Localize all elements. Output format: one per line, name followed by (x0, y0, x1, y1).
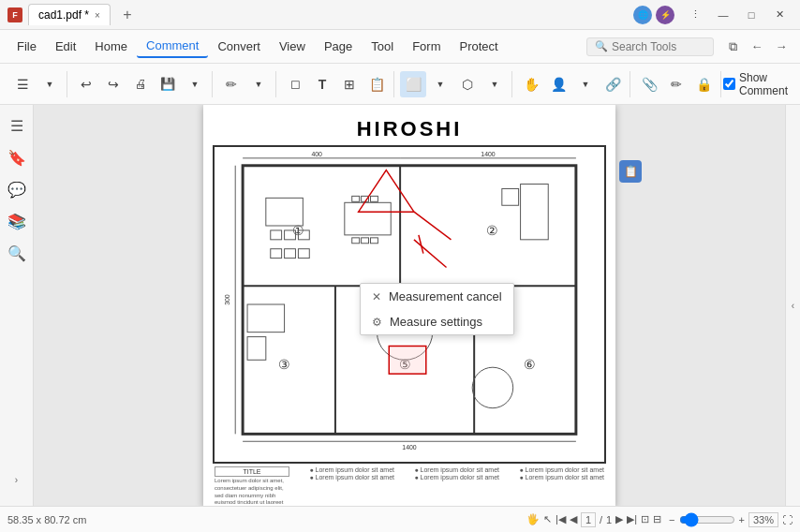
tool-dropdown-3[interactable]: ▼ (245, 71, 272, 97)
zoom-controls: − + 33% ⛶ (669, 512, 793, 527)
tool-shape-button[interactable]: ⬡ (454, 71, 481, 97)
zoom-slider[interactable] (679, 512, 735, 527)
tool-erase-button[interactable]: ◻ (282, 71, 308, 97)
tool-stamp-button[interactable]: 📋 (363, 71, 390, 97)
sidebar-collapse-button[interactable]: › (9, 461, 24, 498)
sidebar-icon-menu[interactable]: ☰ (4, 112, 30, 139)
page-navigation: 🖐 ↖ |◀ ◀ 1 / 1 ▶ ▶| ⊡ ⊟ (526, 512, 661, 527)
svg-rect-22 (352, 196, 360, 201)
hand-tool-icon[interactable]: 🖐 (526, 513, 540, 525)
menu-form[interactable]: Form (403, 36, 450, 57)
status-bar: 58.35 x 80.72 cm 🖐 ↖ |◀ ◀ 1 / 1 ▶ ▶| ⊡ ⊟… (0, 506, 800, 532)
tool-group-6: ✋ 👤 ▼ 🔗 (514, 71, 630, 97)
footer-item-4: Lorem ipsum dolor sit amet (421, 474, 499, 480)
svg-rect-19 (352, 238, 360, 244)
show-comment-checkbox[interactable] (723, 78, 735, 90)
tool-save-button[interactable]: 💾 (155, 71, 181, 97)
menu-comment[interactable]: Comment (137, 35, 208, 58)
page-back-button[interactable]: ◀ (570, 513, 577, 525)
sidebar-icon-bookmark[interactable]: 🔖 (4, 144, 30, 170)
current-page[interactable]: 1 (581, 512, 596, 527)
search-tools-box[interactable]: 🔍 (586, 37, 714, 56)
tab-close-button[interactable]: × (95, 10, 100, 21)
zoom-level-label[interactable]: 33% (748, 512, 778, 527)
svg-rect-17 (298, 249, 309, 259)
menu-home[interactable]: Home (85, 36, 137, 57)
search-tools-input[interactable] (612, 40, 705, 53)
fit-page-button[interactable]: ⊟ (653, 513, 661, 525)
svg-rect-15 (271, 249, 282, 259)
tool-dropdown-2[interactable]: ▼ (182, 71, 208, 97)
tool-hand-button[interactable]: ✋ (518, 71, 544, 97)
active-tab[interactable]: cad1.pdf * × (28, 4, 111, 25)
menu-tool[interactable]: Tool (362, 36, 403, 57)
tool-group-3: ✏ ▼ (215, 71, 276, 97)
fullscreen-button[interactable]: ⛶ (782, 514, 793, 525)
sidebar-icon-search[interactable]: 🔍 (4, 240, 30, 266)
context-menu-settings[interactable]: ⚙ Measure settings (361, 309, 513, 334)
page-forward-button[interactable]: ▶ (615, 513, 623, 525)
menu-protect[interactable]: Protect (450, 36, 507, 57)
nav-back-button[interactable]: ← (746, 36, 768, 58)
tool-dropdown-1[interactable]: ▼ (37, 71, 63, 97)
menu-page[interactable]: Page (315, 36, 362, 57)
tool-dropdown-6[interactable]: ▼ (572, 71, 599, 97)
search-icon: 🔍 (595, 40, 608, 52)
sidebar-icon-comment[interactable]: 💬 (4, 176, 30, 202)
show-comment-toggle[interactable]: Show Comment (723, 71, 794, 97)
tool-edit-button[interactable]: ✏ (663, 71, 689, 97)
svg-rect-24 (370, 196, 378, 201)
cancel-icon: ✕ (372, 290, 381, 303)
tool-group-1: ☰ ▼ (6, 71, 67, 97)
tool-print-button[interactable]: 🖨 (127, 71, 154, 97)
tool-dropdown-4[interactable]: ▼ (427, 71, 453, 97)
svg-rect-18 (345, 202, 391, 235)
close-button[interactable]: ✕ (766, 6, 793, 24)
tool-dropdown-5[interactable]: ▼ (481, 71, 508, 97)
canvas-area[interactable]: HIROSHI ① ② (34, 105, 785, 506)
tool-link-button[interactable]: 🔗 (600, 71, 626, 97)
menu-view[interactable]: View (270, 36, 315, 57)
minimize-button[interactable]: — (710, 6, 736, 24)
fit-width-button[interactable]: ⊡ (641, 513, 649, 525)
context-menu[interactable]: ✕ Measurement cancel ⚙ Measure settings (360, 283, 514, 335)
tool-clip-button[interactable]: 📎 (636, 71, 662, 97)
prev-page-button[interactable]: |◀ (556, 513, 566, 525)
maximize-button[interactable]: □ (738, 6, 764, 24)
more-button[interactable]: ⋮ (682, 6, 708, 24)
tool-pen-button[interactable]: ✏ (218, 71, 244, 97)
nav-forward-button[interactable]: → (770, 36, 793, 58)
menu-convert[interactable]: Convert (208, 36, 270, 57)
panel-icon[interactable]: 📋 (619, 160, 642, 183)
add-tab-button[interactable]: + (116, 4, 139, 26)
tool-redo-button[interactable]: ↪ (100, 71, 126, 97)
tool-text-button[interactable]: T (309, 71, 335, 97)
tool-undo-button[interactable]: ↩ (73, 71, 99, 97)
zoom-out-button[interactable]: − (669, 514, 674, 525)
svg-rect-21 (370, 238, 378, 244)
tool-person-button[interactable]: 👤 (545, 71, 571, 97)
next-page-button[interactable]: ▶| (627, 513, 637, 525)
profile-icon-2[interactable]: ⚡ (656, 6, 674, 24)
svg-text:400: 400 (311, 151, 322, 157)
tool-rect-button[interactable]: ⬜ (400, 71, 426, 97)
sidebar-icon-layers[interactable]: 📚 (4, 208, 30, 234)
menu-edit[interactable]: Edit (46, 36, 85, 57)
right-sidebar-toggle[interactable]: ‹ (792, 301, 794, 311)
nav-buttons: ⧉ ← → (721, 36, 793, 58)
context-menu-cancel[interactable]: ✕ Measurement cancel (361, 284, 513, 309)
footer-item-5: Lorem ipsum dolor sit amet (526, 466, 604, 473)
tool-grid-button[interactable]: ⊞ (336, 71, 363, 97)
profile-icon-1[interactable]: 🌐 (633, 6, 652, 24)
cursor-tool-icon[interactable]: ↖ (543, 513, 552, 525)
nav-external-button[interactable]: ⧉ (721, 36, 744, 58)
zoom-in-button[interactable]: + (739, 514, 745, 525)
tool-menu-button[interactable]: ☰ (9, 71, 36, 97)
tool-lock-button[interactable]: 🔒 (690, 71, 717, 97)
toolbar: ☰ ▼ ↩ ↪ 🖨 💾 ▼ ✏ ▼ ◻ T ⊞ 📋 ⬜ ▼ ⬡ ▼ ✋ 👤 ▼ … (0, 64, 800, 105)
total-pages: 1 (606, 514, 612, 525)
svg-text:300: 300 (224, 294, 230, 305)
svg-text:1400: 1400 (402, 444, 417, 451)
menu-file[interactable]: File (7, 36, 46, 57)
dimensions-label: 58.35 x 80.72 cm (7, 514, 86, 525)
